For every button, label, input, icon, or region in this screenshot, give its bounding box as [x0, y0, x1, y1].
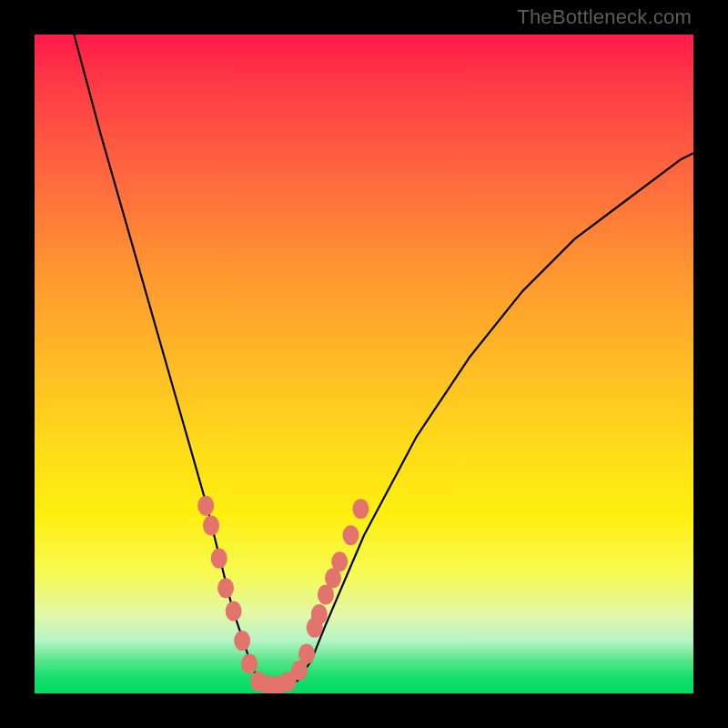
data-marker — [217, 578, 234, 598]
chart-svg — [35, 35, 693, 693]
data-marker — [234, 631, 250, 651]
data-marker — [311, 604, 328, 624]
data-marker — [197, 496, 214, 516]
data-marker — [343, 525, 359, 545]
data-marker — [352, 499, 369, 519]
curve-path — [74, 35, 693, 687]
chart-area — [35, 35, 693, 693]
data-markers — [197, 496, 369, 693]
data-marker — [211, 549, 228, 569]
data-marker — [241, 653, 258, 673]
watermark-text: TheBottleneck.com — [517, 5, 692, 29]
chart-container: TheBottleneck.com — [0, 0, 728, 728]
data-marker — [298, 644, 315, 664]
data-marker — [226, 602, 242, 622]
curve-line — [74, 35, 693, 687]
data-marker — [203, 515, 219, 535]
data-marker — [331, 551, 348, 571]
